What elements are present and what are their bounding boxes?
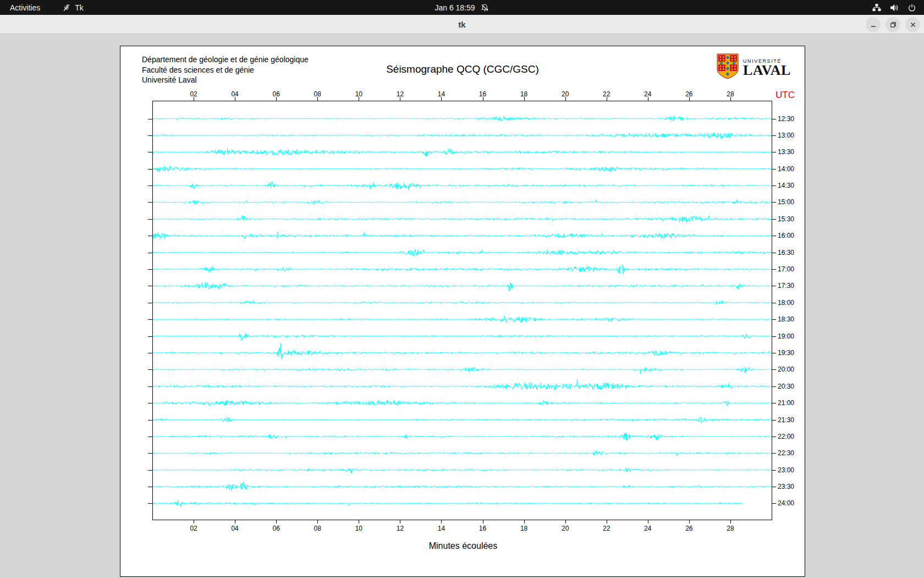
x-tick-label-bottom: 08 bbox=[309, 525, 326, 532]
x-tick-bottom bbox=[524, 520, 525, 524]
trace-time-label: 21:30 bbox=[778, 416, 806, 424]
trace-tick-right bbox=[772, 169, 776, 170]
trace-tick-left bbox=[148, 319, 152, 320]
logo-bottom-text: LAVAL bbox=[743, 64, 791, 77]
trace-tick-left bbox=[148, 386, 152, 387]
x-tick-top bbox=[235, 97, 235, 101]
trace-tick-left bbox=[148, 470, 152, 471]
trace-time-label: 17:00 bbox=[778, 265, 806, 273]
page-title: Séismographe QCQ (CGC/GSC) bbox=[120, 63, 805, 75]
trace-tick-right bbox=[772, 369, 776, 370]
x-tick-bottom bbox=[648, 520, 648, 524]
trace-tick-left bbox=[148, 269, 152, 270]
trace-time-label: 23:30 bbox=[778, 483, 806, 490]
trace-time-label: 22:30 bbox=[778, 449, 806, 457]
x-tick-bottom bbox=[607, 520, 607, 524]
x-tick-top bbox=[689, 97, 690, 101]
trace-tick-right bbox=[772, 202, 776, 203]
activities-button[interactable]: Activities bbox=[0, 0, 50, 15]
trace-time-label: 17:30 bbox=[778, 282, 806, 290]
seismograph-canvas: Département de géologie et de génie géol… bbox=[120, 46, 805, 577]
x-tick-label-bottom: 24 bbox=[640, 525, 656, 532]
x-tick-top bbox=[483, 97, 483, 101]
trace-time-label: 13:00 bbox=[778, 132, 806, 139]
restore-button[interactable] bbox=[886, 17, 900, 32]
app-indicator[interactable]: Tk bbox=[62, 3, 84, 12]
trace-tick-right bbox=[772, 503, 776, 504]
app-indicator-label: Tk bbox=[75, 3, 84, 12]
trace-tick-right bbox=[772, 420, 776, 421]
x-tick-bottom bbox=[441, 520, 442, 524]
trace-time-label: 16:30 bbox=[778, 249, 806, 257]
trace-time-label: 20:30 bbox=[778, 383, 806, 390]
trace-tick-right bbox=[772, 319, 776, 320]
x-tick-label-bottom: 02 bbox=[185, 525, 202, 532]
trace-time-label: 20:00 bbox=[778, 366, 806, 373]
x-tick-bottom bbox=[359, 520, 359, 524]
close-button[interactable] bbox=[905, 17, 920, 32]
trace-tick-right bbox=[772, 152, 776, 152]
system-status-area[interactable] bbox=[872, 0, 924, 15]
trace-time-label: 22:00 bbox=[778, 433, 806, 440]
x-tick-label-bottom: 10 bbox=[350, 525, 367, 532]
x-tick-label-bottom: 26 bbox=[681, 525, 697, 532]
trace-tick-right bbox=[772, 135, 776, 136]
trace-tick-right bbox=[772, 470, 776, 471]
x-tick-bottom bbox=[194, 520, 194, 524]
clock-label: Jan 6 18:59 bbox=[435, 3, 475, 12]
trace-time-label: 15:30 bbox=[778, 215, 806, 223]
x-tick-top bbox=[400, 97, 400, 101]
seismogram-traces bbox=[153, 101, 772, 520]
trace-time-label: 19:30 bbox=[778, 349, 806, 357]
trace-tick-right bbox=[772, 403, 776, 403]
trace-time-label: 12:30 bbox=[778, 115, 806, 123]
trace-tick-right bbox=[772, 386, 776, 387]
trace-tick-right bbox=[772, 437, 776, 437]
trace-tick-left bbox=[148, 503, 152, 504]
trace-tick-left bbox=[148, 369, 152, 370]
trace-tick-left bbox=[148, 286, 152, 286]
notifications-disabled-icon bbox=[481, 3, 490, 12]
trace-tick-left bbox=[148, 152, 152, 152]
x-tick-label-bottom: 04 bbox=[227, 525, 243, 532]
x-tick-top bbox=[524, 97, 525, 101]
window-titlebar[interactable]: tk bbox=[0, 15, 924, 34]
trace-tick-right bbox=[772, 453, 776, 454]
trace-tick-left bbox=[148, 353, 152, 353]
trace-tick-left bbox=[148, 219, 152, 220]
power-icon bbox=[908, 3, 916, 12]
trace-time-label: 14:30 bbox=[778, 182, 806, 189]
clock-menu[interactable]: Jan 6 18:59 bbox=[435, 0, 489, 15]
trace-time-label: 18:00 bbox=[778, 299, 806, 307]
trace-time-label: 21:00 bbox=[778, 399, 806, 407]
x-tick-bottom bbox=[235, 520, 235, 524]
minimize-button[interactable] bbox=[866, 17, 881, 32]
trace-tick-right bbox=[772, 119, 776, 119]
trace-tick-left bbox=[148, 253, 152, 253]
tk-window-body: Département de géologie et de génie géol… bbox=[0, 35, 924, 578]
trace-tick-left bbox=[148, 119, 152, 119]
utc-axis-label: UTC bbox=[776, 90, 795, 101]
x-tick-bottom bbox=[400, 520, 400, 524]
trace-tick-left bbox=[148, 437, 152, 437]
x-tick-label-bottom: 18 bbox=[516, 525, 532, 532]
x-tick-top bbox=[194, 97, 194, 101]
x-tick-top bbox=[565, 97, 566, 101]
x-tick-top bbox=[607, 97, 607, 101]
x-tick-bottom bbox=[317, 520, 318, 524]
x-tick-bottom bbox=[565, 520, 566, 524]
x-tick-top bbox=[276, 97, 277, 101]
trace-tick-left bbox=[148, 487, 152, 487]
x-tick-top bbox=[359, 97, 359, 101]
trace-tick-right bbox=[772, 286, 776, 286]
trace-tick-right bbox=[772, 353, 776, 353]
org-line-3: Université Laval bbox=[142, 75, 309, 85]
x-tick-label-bottom: 20 bbox=[557, 525, 574, 532]
trace-tick-left bbox=[148, 169, 152, 170]
window-title: tk bbox=[0, 15, 924, 34]
trace-tick-right bbox=[772, 219, 776, 220]
x-tick-bottom bbox=[689, 520, 690, 524]
trace-tick-left bbox=[148, 135, 152, 136]
trace-tick-right bbox=[772, 186, 776, 186]
trace-tick-left bbox=[148, 236, 152, 236]
